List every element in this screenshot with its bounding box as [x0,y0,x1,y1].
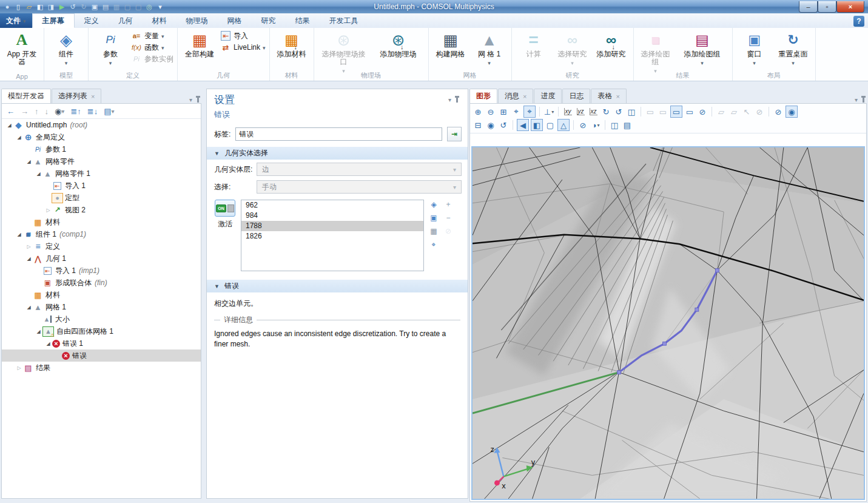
mesh-1-button[interactable]: 网 格 1 [471,29,508,67]
tree-expander-icon[interactable] [35,329,42,334]
maximize-button[interactable]: ▫ [818,1,836,13]
tree-item-组件 1[interactable]: 组件 1(comp1) [2,228,201,240]
copy-selection-icon[interactable]: ▣ [429,213,439,223]
move-up-icon[interactable]: ↑ [35,107,39,116]
ribbon-tab-5[interactable]: 物理场 [177,13,218,28]
close-tab-icon[interactable]: × [523,93,527,100]
tree-item-导入 1[interactable]: 导入 1(imp1) [2,265,201,277]
ribbon-tab-8[interactable]: 结果 [286,13,320,28]
clear-selection-icon[interactable]: ▢ [133,2,143,12]
tree-expander-icon[interactable] [15,135,23,140]
undo-icon[interactable]: ↺ [68,2,78,12]
rename-button[interactable]: ⇥ [447,127,462,141]
file-menu-button[interactable]: 文件 [0,13,32,28]
tree-item-错误[interactable]: 错误 [2,349,201,362]
ribbon-tab-9[interactable]: 开发工具 [320,13,368,28]
show-mesh-icon[interactable]: △ [557,119,570,131]
label-input[interactable]: 错误 [235,127,442,141]
tree-item-参数 1[interactable]: 参数 1 [2,143,201,155]
tab-进度[interactable]: 进度 [534,89,562,103]
headlight-icon[interactable]: ◀ [517,119,529,131]
tree-expander-icon[interactable] [44,208,52,213]
view-yz-icon[interactable]: yz [575,106,586,117]
open-file-icon[interactable]: ▱ [24,2,34,12]
clip-plane-icon[interactable]: ⊟ [473,120,483,130]
view-xy-icon[interactable]: xy [562,106,573,117]
hide-selected-icon[interactable]: ⊘ [773,106,784,117]
find-icon[interactable]: ◎ [144,2,154,12]
tree-item-视图 2[interactable]: 视图 2 [2,204,201,216]
tree-item-几何 1[interactable]: 几何 1 [2,252,201,265]
wireframe-rendering-icon[interactable]: ▢ [545,120,556,130]
tab-日志[interactable]: 日志 [562,89,590,103]
tree-item-材料[interactable]: 材料 [2,216,201,228]
tree-expander-icon[interactable] [15,365,23,371]
tab-model-builder[interactable]: 模型开发器 [1,89,51,103]
zoom-in-icon[interactable]: ⊕ [473,106,483,117]
edge-list-item[interactable]: 1788 [241,221,423,231]
settings-menu-caret-icon[interactable]: ▾ [448,96,451,103]
add-plot-group-button[interactable]: 添加绘图组 [676,29,728,67]
tree-expander-icon[interactable] [25,244,33,249]
active-toggle[interactable]: ON [215,200,235,217]
new-file-icon[interactable]: ▯ [13,2,23,12]
add-to-selection-icon[interactable]: + [443,200,453,209]
default-view-icon[interactable]: ⊥▾ [543,106,554,117]
close-button[interactable]: × [836,1,864,13]
forward-icon[interactable]: → [21,107,29,116]
tree-item-形成联合体[interactable]: 形成联合体(fin) [2,277,201,289]
print-icon[interactable]: ▤ [622,120,633,130]
create-selection-icon[interactable]: ◈ [429,200,439,209]
mesh-svg[interactable]: z y x [473,147,864,499]
plot-window-off-icon[interactable]: ⊘ [697,106,708,117]
rotate-cw-icon[interactable]: ↻ [601,106,611,117]
pin-icon[interactable] [197,98,199,103]
tree-expander-icon[interactable] [5,123,13,128]
back-icon[interactable]: ← [7,107,15,116]
functions-button[interactable]: 函数 [131,42,173,52]
model-tree-node-text-icon[interactable]: ▤▾ [104,107,114,116]
paste-selection-icon[interactable]: ▦ [429,226,439,236]
screenshot-icon[interactable]: ◫ [609,120,620,130]
run-icon[interactable]: ▶ [57,2,67,12]
tree-expander-icon[interactable] [25,256,33,262]
app-builder-button[interactable]: App 开发器 [4,29,40,67]
paste-icon[interactable]: ▤ [101,2,110,12]
import-button[interactable]: 导入 [220,31,266,41]
tree-expander-icon[interactable] [15,232,23,237]
build-all-button[interactable]: 全部构建 [181,29,218,59]
graphics-menu-caret-icon[interactable]: ▾ [855,96,858,103]
view-unhide-all-icon[interactable]: ◉ [786,106,798,118]
ribbon-tab-7[interactable]: 研究 [252,13,286,28]
delete-icon[interactable]: ▢ [123,2,132,12]
tree-expander-icon[interactable] [35,171,42,177]
tree-item-全局定义[interactable]: 全局定义 [2,131,201,143]
section-geometric-entity[interactable]: ▼ 几何实体选择 [207,147,468,160]
livelink-button[interactable]: LiveLink [220,42,266,52]
tree-item-Untitled.mph[interactable]: Untitled.mph(root) [2,119,201,131]
help-button[interactable]: ? [853,16,864,27]
app-menu-icon[interactable]: ● [2,2,12,12]
panel-menu-caret-icon[interactable]: ▾ [189,96,192,103]
zoom-box-icon[interactable]: ⊞ [498,106,509,117]
save-icon[interactable]: ◧ [35,2,45,12]
duplicate-icon[interactable]: ▥ [112,2,121,12]
copy-icon[interactable]: ▣ [90,2,99,12]
parameters-button[interactable]: 参数 [92,29,129,67]
close-tab-icon[interactable]: × [616,93,619,100]
ribbon-tab-6[interactable]: 网格 [218,13,252,28]
ribbon-tab-2[interactable]: 定义 [75,13,109,28]
edge-list-item[interactable]: 1826 [241,231,423,241]
windows-button[interactable]: 窗口 [736,29,773,67]
edge-selection-list[interactable]: 96298417881826 [241,200,424,271]
tab-selection-list[interactable]: 选择列表 × [52,89,101,103]
close-tab-icon[interactable]: × [91,93,95,100]
select-behind-icon[interactable]: ◉ [485,120,496,130]
variables-button[interactable]: 变量 [131,31,173,41]
tree-item-错误 1[interactable]: 错误 1 [2,337,201,349]
section-error[interactable]: ▼ 错误 [207,280,468,292]
tree-item-结果[interactable]: 结果 [2,362,201,374]
tree-item-网格 1[interactable]: 网格 1 [2,301,201,313]
move-down-icon[interactable]: ↓ [45,107,49,116]
expand-all-icon[interactable]: ≣↓ [87,107,98,116]
